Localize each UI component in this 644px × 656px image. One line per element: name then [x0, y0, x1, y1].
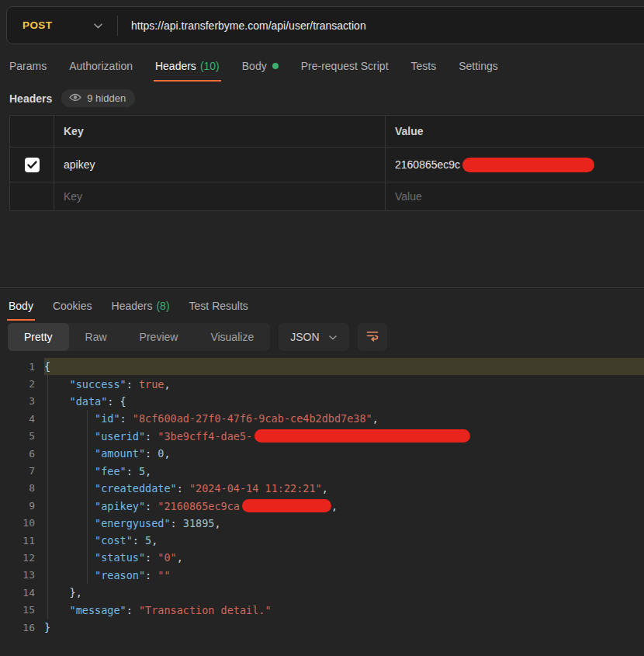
- line-number: 10: [0, 517, 35, 529]
- line-number: 9: [0, 500, 35, 512]
- text-wrap-icon: [365, 328, 380, 346]
- headers-title: Headers: [9, 92, 52, 105]
- method-selector[interactable]: POST: [7, 7, 117, 43]
- response-tabs: BodyCookiesHeaders(8)Test Results: [0, 288, 644, 321]
- line-content: "createddate": "2024-04-14 11:22:21",: [35, 482, 328, 495]
- tab-tests[interactable]: Tests: [411, 60, 437, 82]
- line-number: 11: [0, 535, 35, 547]
- tab-label: Pre-request Script: [301, 60, 389, 72]
- hidden-headers-toggle[interactable]: 9 hidden: [61, 89, 135, 107]
- line-content: {: [35, 360, 50, 373]
- line-number: 4: [0, 413, 35, 425]
- request-tabs: ParamsAuthorizationHeaders(10)BodyPre-re…: [9, 60, 498, 82]
- tab-label: Params: [9, 60, 47, 72]
- line-content: "message": "Transaction detail.": [35, 604, 272, 616]
- format-dropdown[interactable]: JSON: [279, 323, 348, 351]
- response-section: BodyCookiesHeaders(8)Test Results Pretty…: [0, 287, 644, 636]
- line-number: 1: [0, 361, 35, 373]
- line-number: 6: [0, 448, 35, 460]
- line-number: 13: [0, 569, 35, 581]
- code-line-6: 6 "amount": 0,: [0, 445, 644, 462]
- line-content: "fee": 5,: [35, 465, 151, 477]
- url-input[interactable]: https://api.transferbyme.com/api/user/tr…: [118, 19, 366, 32]
- wrap-text-button[interactable]: [358, 323, 387, 351]
- hidden-headers-label: 9 hidden: [87, 92, 126, 104]
- body-set-indicator-dot: [272, 63, 279, 69]
- line-content: "data": {: [35, 395, 126, 408]
- code-line-1: 1{: [0, 358, 644, 375]
- line-content: "amount": 0,: [35, 447, 171, 460]
- indent-guide: [87, 410, 88, 584]
- code-line-10: 10 "energyused": 31895,: [0, 515, 644, 532]
- tab-label: Headers: [112, 300, 153, 312]
- header-key-cell[interactable]: apikey: [54, 148, 386, 182]
- line-number: 3: [0, 395, 35, 407]
- line-content: },: [35, 586, 82, 599]
- headers-section-header: Headers 9 hidden: [9, 89, 135, 107]
- tab-label: Tests: [411, 60, 437, 72]
- tab-label: Cookies: [53, 300, 92, 312]
- line-number: 5: [0, 430, 35, 442]
- tab-label: Settings: [459, 60, 498, 72]
- tab-label: Headers: [155, 60, 196, 72]
- value-placeholder-cell[interactable]: Value: [386, 182, 644, 210]
- line-number: 15: [0, 604, 35, 616]
- row-checkbox[interactable]: [25, 158, 40, 172]
- tab-pre-request-script[interactable]: Pre-request Script: [301, 60, 389, 82]
- code-line-12: 12 "status": "0",: [0, 549, 644, 566]
- line-number: 14: [0, 587, 35, 599]
- tab-test-results[interactable]: Test Results: [189, 300, 248, 321]
- row-checkbox-cell: [10, 182, 54, 210]
- view-mode-raw[interactable]: Raw: [69, 323, 123, 351]
- tab-headers[interactable]: Headers(10): [155, 60, 220, 82]
- line-number: 12: [0, 552, 35, 564]
- line-content: "userid": "3be9cff4-dae5-: [35, 429, 470, 443]
- tab-body[interactable]: Body: [242, 60, 279, 82]
- tab-label: Body: [9, 300, 33, 312]
- redaction-marker: [462, 158, 594, 172]
- tab-body[interactable]: Body: [9, 300, 33, 321]
- code-line-15: 15 "message": "Transaction detail.": [0, 601, 644, 618]
- tab-settings[interactable]: Settings: [459, 60, 498, 82]
- value-column-header: Value: [386, 116, 644, 147]
- line-number: 2: [0, 378, 35, 390]
- tab-headers[interactable]: Headers(8): [112, 300, 170, 321]
- code-line-11: 11 "cost": 5,: [0, 532, 644, 549]
- chevron-down-icon: [93, 19, 103, 33]
- view-mode-pretty[interactable]: Pretty: [8, 323, 69, 351]
- key-column-header: Key: [54, 116, 386, 147]
- header-value-cell[interactable]: 2160865ec9c: [386, 148, 644, 182]
- format-label: JSON: [290, 331, 319, 343]
- tab-label: Test Results: [189, 300, 248, 312]
- tab-params[interactable]: Params: [9, 60, 47, 82]
- line-number: 7: [0, 465, 35, 477]
- view-mode-visualize[interactable]: Visualize: [194, 323, 270, 351]
- tab-cookies[interactable]: Cookies: [53, 300, 92, 321]
- indent-guide: [47, 375, 48, 619]
- code-line-4: 4 "id": "8cf600ad-27f0-47f6-9cab-ce4b2db…: [0, 410, 644, 427]
- response-toolbar: PrettyRawPreviewVisualize JSON: [8, 323, 644, 351]
- eye-icon: [69, 92, 81, 104]
- redaction-marker: [242, 499, 331, 512]
- line-content: "cost": 5,: [35, 534, 158, 547]
- request-url-bar: POST https://api.transferbyme.com/api/us…: [6, 6, 644, 44]
- code-line-9: 9 "apikey": "2160865ec9ca,: [0, 497, 644, 514]
- chevron-down-icon: [328, 331, 338, 343]
- line-content: "apikey": "2160865ec9ca,: [35, 499, 338, 512]
- row-checkbox-cell: [10, 148, 54, 182]
- tab-label: Authorization: [69, 60, 133, 72]
- view-mode-switcher: PrettyRawPreviewVisualize: [8, 323, 270, 351]
- key-placeholder-cell[interactable]: Key: [54, 182, 386, 210]
- code-line-2: 2 "success": true,: [0, 375, 644, 392]
- table-placeholder-row: KeyValue: [10, 182, 644, 211]
- line-number: 8: [0, 482, 35, 494]
- tab-label: Body: [242, 60, 267, 72]
- line-content: }: [35, 621, 50, 633]
- checkbox-column-header: [10, 116, 54, 147]
- response-body-editor[interactable]: 1{2 "success": true,3 "data": {4 "id": "…: [0, 358, 644, 636]
- code-line-8: 8 "createddate": "2024-04-14 11:22:21",: [0, 480, 644, 497]
- tab-count-badge: (10): [200, 60, 220, 72]
- tab-authorization[interactable]: Authorization: [69, 60, 133, 82]
- view-mode-preview[interactable]: Preview: [123, 323, 195, 351]
- line-content: "energyused": 31895,: [35, 517, 221, 529]
